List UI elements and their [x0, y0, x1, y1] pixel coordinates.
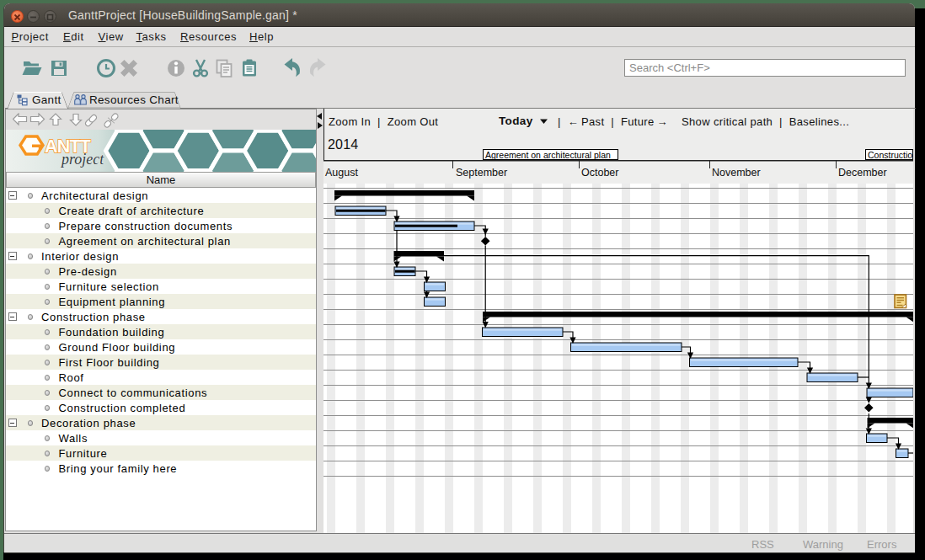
svg-text:September: September: [456, 167, 507, 179]
svg-text:project: project: [60, 151, 104, 168]
svg-text:Gantt: Gantt: [32, 93, 61, 106]
svg-text:October: October: [581, 167, 618, 179]
svg-text:November: November: [712, 167, 761, 179]
svg-text:Resources Chart: Resources Chart: [89, 93, 179, 106]
svg-text:December: December: [838, 167, 887, 179]
svg-text:August: August: [325, 167, 358, 179]
